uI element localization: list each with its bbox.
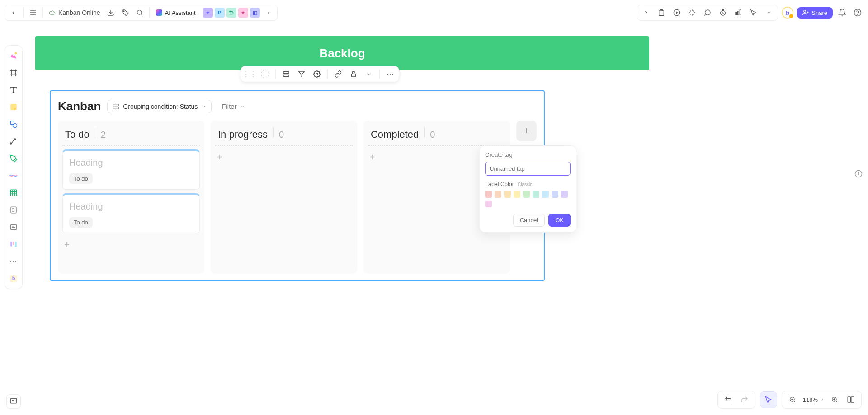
color-swatch[interactable] (504, 191, 511, 198)
board-title: Kanban (58, 99, 101, 113)
color-swatch[interactable] (485, 201, 492, 207)
svg-point-65 (316, 73, 318, 75)
board-columns: To do 2 Heading To do Heading To do + (58, 121, 537, 274)
ok-button[interactable]: OK (548, 214, 571, 227)
color-swatch[interactable] (533, 191, 539, 198)
card-tag[interactable]: To do (69, 173, 93, 184)
add-card-button[interactable]: + (62, 237, 200, 253)
column-inprogress[interactable]: In progress 0 + (211, 121, 357, 274)
card-heading[interactable]: Heading (69, 201, 193, 212)
color-swatch[interactable] (514, 191, 520, 198)
settings-icon[interactable] (312, 69, 322, 79)
grouping-icon (112, 103, 119, 110)
lock-icon[interactable] (349, 69, 359, 79)
color-fill-icon[interactable] (260, 69, 270, 79)
color-swatch[interactable] (552, 191, 558, 198)
svg-rect-66 (351, 74, 355, 77)
grouping-label: Grouping condition: Status (123, 103, 198, 110)
color-swatch[interactable] (561, 191, 568, 198)
svg-rect-62 (283, 72, 289, 74)
card-view-icon[interactable] (281, 69, 291, 79)
canvas[interactable]: Backlog ⋮⋮ ⋯ Kanban Grouping condition: … (0, 0, 868, 415)
kanban-card[interactable]: Heading To do (62, 149, 200, 190)
svg-rect-63 (283, 75, 289, 76)
chevron-down-small-icon[interactable] (364, 69, 374, 79)
chevron-down-icon (240, 104, 245, 109)
column-count: 0 (430, 130, 435, 140)
svg-rect-67 (113, 104, 118, 106)
link-icon[interactable] (333, 69, 343, 79)
column-title: To do (65, 129, 90, 140)
filter-icon[interactable] (297, 69, 307, 79)
card-heading[interactable]: Heading (69, 158, 193, 168)
drag-handle-icon[interactable]: ⋮⋮ (245, 69, 255, 79)
tag-name-input[interactable] (485, 162, 571, 176)
popover-title: Create tag (485, 151, 571, 158)
add-card-button[interactable]: + (215, 149, 353, 165)
color-swatch[interactable] (542, 191, 549, 198)
color-swatch[interactable] (523, 191, 530, 198)
kanban-board[interactable]: Kanban Grouping condition: Status Filter… (50, 90, 545, 281)
color-swatch[interactable] (485, 191, 492, 198)
label-color-label: Label Color (485, 181, 514, 187)
more-icon[interactable]: ⋯ (385, 69, 395, 79)
column-todo[interactable]: To do 2 Heading To do Heading To do + (58, 121, 204, 274)
backlog-title: Backlog (319, 47, 365, 61)
column-count: 2 (101, 130, 106, 140)
card-tag[interactable]: To do (69, 217, 93, 228)
board-header: Kanban Grouping condition: Status Filter (58, 99, 537, 113)
column-title: Completed (371, 129, 419, 140)
grouping-condition-button[interactable]: Grouping condition: Status (107, 100, 212, 113)
column-title: In progress (218, 129, 268, 140)
label-color-sublabel: Classic (518, 182, 532, 187)
filter-button[interactable]: Filter (222, 103, 245, 110)
color-swatch[interactable] (495, 191, 501, 198)
selection-toolbar: ⋮⋮ ⋯ (241, 66, 399, 82)
backlog-banner[interactable]: Backlog (35, 36, 649, 70)
filter-label: Filter (222, 103, 236, 110)
color-swatches (485, 191, 571, 207)
create-tag-popover: Create tag Label Color Classic Cancel OK (479, 145, 576, 233)
svg-marker-64 (298, 71, 304, 77)
chevron-down-icon (201, 104, 207, 109)
cancel-button[interactable]: Cancel (513, 214, 545, 227)
kanban-card[interactable]: Heading To do (62, 193, 200, 233)
svg-rect-68 (113, 107, 118, 109)
column-count: 0 (279, 130, 284, 140)
add-column-button[interactable]: + (516, 121, 537, 141)
